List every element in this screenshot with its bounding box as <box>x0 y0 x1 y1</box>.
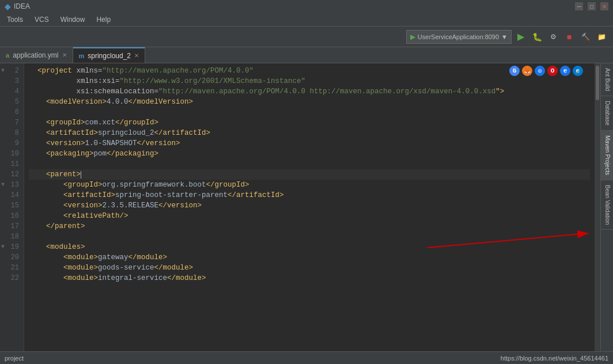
yaml-icon: a <box>6 52 9 59</box>
run-button[interactable]: ▶ <box>514 30 528 44</box>
line-num-6: 6 <box>0 107 24 117</box>
line-num-14: 14 <box>0 190 24 200</box>
code-line-3: xmlns:xsi="http://www.w3.org/2001/XMLSch… <box>29 76 590 86</box>
status-project: project <box>5 355 24 362</box>
code-line-21: <module>goods-service</module> <box>29 263 590 273</box>
maven-icon: m <box>79 52 85 59</box>
menu-window[interactable]: Window <box>56 14 90 25</box>
tab-springcloud-2[interactable]: m springcloud_2 ✕ <box>73 47 146 63</box>
line-num-20: 20 <box>0 252 24 263</box>
coverage-button[interactable]: ⚙ <box>546 30 560 44</box>
tab-bar: a application.yml ✕ m springcloud_2 ✕ <box>0 47 613 63</box>
status-url: https://blog.csdn.net/weixin_45614461 <box>501 355 608 362</box>
sidebar-ant-build[interactable]: Ant Build <box>601 63 613 96</box>
tab-close-springcloud-2[interactable]: ✕ <box>134 52 139 59</box>
main-area: G 🦊 ◎ O e e ▼2 3 4 5 6 7 8 9 10 11 12 ▼1… <box>0 63 613 351</box>
run-config-label: UserServiceApplication:8090 <box>418 33 499 40</box>
line-num-4: 4 <box>0 86 24 97</box>
stop-button[interactable]: ■ <box>562 30 576 44</box>
code-line-20: <module>gateway</module> <box>29 252 590 263</box>
line-num-7: 7 <box>0 117 24 128</box>
code-line-8: <artifactId>springcloud_2</artifactId> <box>29 128 590 138</box>
code-line-12: <parent> <box>29 169 590 180</box>
menu-tools[interactable]: Tools <box>2 14 28 25</box>
maximize-button[interactable]: □ <box>588 2 596 10</box>
line-num-16: 16 <box>0 211 24 221</box>
window-controls[interactable]: ─ □ ✕ <box>575 2 608 10</box>
code-line-18 <box>29 232 590 242</box>
app-icon: ◆ <box>5 2 10 11</box>
code-line-16: <relativePath/> <box>29 211 590 221</box>
title-bar-left: ◆ IDEA <box>5 2 30 11</box>
code-line-19: <modules> <box>29 242 590 252</box>
code-container[interactable]: ▼2 3 4 5 6 7 8 9 10 11 12 ▼13 14 15 16 1… <box>0 63 600 351</box>
scrollbar-thumb[interactable] <box>596 66 599 100</box>
line-num-9: 9 <box>0 138 24 149</box>
code-line-11 <box>29 159 590 169</box>
code-line-2: <project xmlns="http://maven.apache.org/… <box>29 66 590 76</box>
open-button[interactable]: 📁 <box>595 30 608 44</box>
code-line-5: <modelVersion>4.0.0</modelVersion> <box>29 97 590 107</box>
code-line-7: <groupId>com.xct</groupId> <box>29 117 590 128</box>
window-title: IDEA <box>14 2 30 10</box>
build-button[interactable]: 🔨 <box>578 30 592 44</box>
tab-application-yml[interactable]: a application.yml ✕ <box>0 47 73 63</box>
line-num-11: 11 <box>0 159 24 169</box>
line-num-21: 21 <box>0 263 24 273</box>
line-num-15: 15 <box>0 200 24 211</box>
code-line-4: xsi:schemaLocation="http://maven.apache.… <box>29 86 590 97</box>
code-line-13: <groupId>org.springframework.boot</group… <box>29 180 590 190</box>
tab-close-application-yml[interactable]: ✕ <box>62 52 67 58</box>
menu-bar: Tools VCS Window Help <box>0 13 613 26</box>
title-bar: ◆ IDEA ─ □ ✕ <box>0 0 613 13</box>
code-content[interactable]: <project xmlns="http://maven.apache.org/… <box>24 63 595 351</box>
line-numbers: ▼2 3 4 5 6 7 8 9 10 11 12 ▼13 14 15 16 1… <box>0 63 24 351</box>
code-line-15: <version>2.3.5.RELEASE</version> <box>29 200 590 211</box>
line-num-19: ▼19 <box>0 242 24 252</box>
line-num-3: 3 <box>0 76 24 86</box>
tab-label-springcloud-2: springcloud_2 <box>88 52 131 60</box>
editor-area: G 🦊 ◎ O e e ▼2 3 4 5 6 7 8 9 10 11 12 ▼1… <box>0 63 600 351</box>
line-num-10: 10 <box>0 149 24 159</box>
run-config-selector[interactable]: ▶ UserServiceApplication:8090 ▼ <box>406 30 512 44</box>
debug-button[interactable]: 🐛 <box>530 30 544 44</box>
minimize-button[interactable]: ─ <box>575 2 583 10</box>
menu-vcs[interactable]: VCS <box>30 14 54 25</box>
fold-icon-13[interactable]: ▼ <box>1 180 5 190</box>
line-num-2: ▼2 <box>0 66 24 76</box>
fold-icon-2[interactable]: ▼ <box>1 66 5 76</box>
code-line-22: <module>integral-service</module> <box>29 273 590 283</box>
sidebar-database[interactable]: Database <box>601 96 613 131</box>
line-num-22: 22 <box>0 273 24 283</box>
close-button[interactable]: ✕ <box>600 2 608 10</box>
line-num-17: 17 <box>0 221 24 232</box>
line-num-12: 12 <box>0 169 24 180</box>
sidebar-maven-projects[interactable]: Maven Projects <box>601 131 613 180</box>
check-icon: ✓ <box>575 66 581 77</box>
toolbar: ▶ UserServiceApplication:8090 ▼ ▶ 🐛 ⚙ ■ … <box>0 26 613 47</box>
code-line-9: <version>1.0-SNAPSHOT</version> <box>29 138 590 149</box>
sidebar-bean-validation[interactable]: Bean Validation <box>601 180 613 230</box>
line-num-18: 18 <box>0 232 24 242</box>
code-line-10: <packaging>pom</packaging> <box>29 149 590 159</box>
menu-help[interactable]: Help <box>92 14 115 25</box>
tab-label-application-yml: application.yml <box>13 51 58 59</box>
code-line-17: </parent> <box>29 221 590 232</box>
status-bar: project https://blog.csdn.net/weixin_456… <box>0 351 613 364</box>
line-num-5: 5 <box>0 97 24 107</box>
fold-icon-19[interactable]: ▼ <box>1 242 5 252</box>
code-line-14: <artifactId>spring-boot-starter-parent</… <box>29 190 590 200</box>
right-sidebar: Ant Build Database Maven Projects Bean V… <box>600 63 613 351</box>
run-config-dropdown-icon: ▼ <box>501 33 508 40</box>
line-num-8: 8 <box>0 128 24 138</box>
scrollbar-track[interactable] <box>595 63 600 351</box>
line-num-13: ▼13 <box>0 180 24 190</box>
code-line-6 <box>29 107 590 117</box>
